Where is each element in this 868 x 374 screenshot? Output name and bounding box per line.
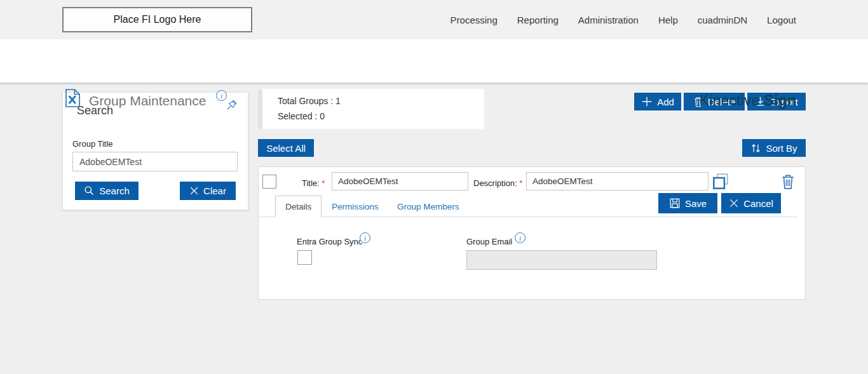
save-floppy-icon [669,197,681,209]
summary-box: Total Groups : 1 Selected : 0 [262,89,484,129]
total-groups: Total Groups : 1 [278,96,341,106]
entra-group-sync-checkbox[interactable] [297,250,312,265]
page-header: Group Maintenance i Kinective Sign [0,39,868,83]
search-panel: Search Group Title Search Clear [62,92,248,210]
copy-icon[interactable] [711,172,730,193]
entra-group-sync-info-icon[interactable]: i [360,232,370,243]
group-email-label: Group Email [466,237,512,246]
tab-permissions[interactable]: Permissions [322,196,388,218]
group-email-input [466,250,657,270]
nav-logout[interactable]: Logout [767,15,796,25]
fi-logo-placeholder: Place FI Logo Here [62,7,252,32]
clear-x-icon [189,186,199,196]
nav-processing[interactable]: Processing [451,15,498,25]
title-required-marker: * [322,178,325,188]
search-button-label: Search [99,185,130,196]
selected-value: 0 [320,111,325,121]
selected-count: Selected : 0 [278,111,325,121]
selected-label: Selected : [278,111,317,121]
description-required-marker: * [519,178,522,188]
title-input[interactable] [332,172,468,190]
group-title-label: Group Title [72,139,113,149]
description-input[interactable] [526,172,709,190]
topbar: Place FI Logo Here Processing Reporting … [0,0,868,39]
search-button[interactable]: Search [75,182,139,200]
pushpin-icon[interactable] [222,98,239,116]
cancel-x-icon [729,198,739,208]
group-maintenance-screen: Place FI Logo Here Processing Reporting … [0,0,868,374]
brand-first: Kinective [700,92,760,109]
clear-button-label: Clear [203,185,226,196]
group-row-checkbox[interactable] [262,175,276,189]
sort-arrows-icon [750,143,761,154]
fi-logo-text: Place FI Logo Here [114,14,201,25]
clear-button[interactable]: Clear [180,182,236,200]
plus-icon [641,96,653,107]
select-all-label: Select All [266,143,306,154]
total-groups-value: 1 [336,96,341,106]
page-title: Group Maintenance [89,93,206,109]
sort-by-button[interactable]: Sort By [742,139,806,157]
tab-group-members[interactable]: Group Members [388,196,469,218]
brand-second: Sign [764,92,796,109]
entra-group-sync-label: Entra Group Sync [297,237,362,246]
top-navigation: Processing Reporting Administration Help… [451,0,796,39]
nav-administration[interactable]: Administration [578,15,639,25]
title-label: Title: * [302,178,325,188]
group-row-card: Title: * Description: * Details [258,166,806,300]
total-groups-label: Total Groups : [278,96,333,106]
save-button[interactable]: Save [658,193,717,213]
nav-user-cuadmindn[interactable]: cuadminDN [698,15,747,25]
nav-help[interactable]: Help [658,15,678,25]
group-maintenance-icon [64,88,81,110]
sort-by-label: Sort By [766,143,797,154]
add-button[interactable]: Add [634,93,681,110]
brand-logo: Kinective Sign [700,92,796,109]
vertical-scrollbar[interactable] [258,90,262,129]
nav-reporting[interactable]: Reporting [517,15,559,25]
search-icon [84,185,95,196]
cancel-button-label: Cancel [743,198,773,209]
add-button-label: Add [657,97,674,107]
page-info-icon[interactable]: i [216,90,227,101]
select-all-button[interactable]: Select All [258,139,314,157]
description-label: Description: * [473,178,522,188]
group-email-info-icon[interactable]: i [515,232,526,243]
cancel-button[interactable]: Cancel [721,193,781,213]
tab-details[interactable]: Details [275,196,322,218]
row-trash-icon[interactable] [781,173,795,192]
save-button-label: Save [685,198,707,209]
group-title-input[interactable] [72,152,238,171]
